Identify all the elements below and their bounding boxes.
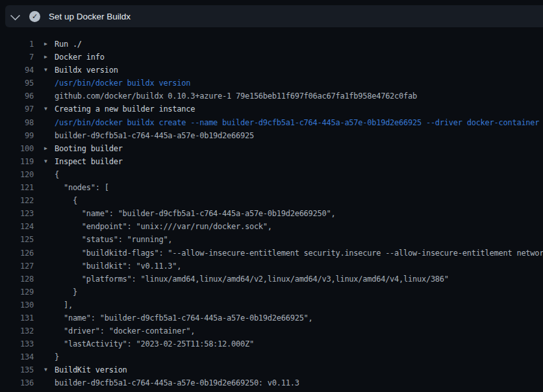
log-line-text: Inspect builder [55, 155, 543, 168]
log-line-text: "status": "running", [55, 233, 543, 246]
line-number[interactable]: 97 [0, 103, 34, 116]
line-number[interactable]: 98 [0, 116, 34, 129]
line-number[interactable]: 94 [0, 64, 34, 77]
log-line[interactable]: 100 ▶ Booting builder [0, 142, 543, 155]
caret-placeholder [44, 273, 55, 286]
log-line: 126 "buildkitd-flags": "--allow-insecure… [0, 247, 543, 260]
log-line-text: builder-d9cfb5a1-c764-445a-a57e-0b19d2e6… [55, 376, 543, 389]
caret-right-icon[interactable]: ▶ [44, 38, 55, 51]
step-header[interactable]: ✓ Set up Docker Buildx [5, 5, 543, 27]
line-number[interactable]: 122 [0, 194, 34, 207]
line-number[interactable]: 136 [0, 376, 34, 389]
caret-down-icon[interactable]: ▼ [44, 64, 55, 77]
caret-placeholder [44, 337, 55, 350]
log-line: 98 /usr/bin/docker buildx create --name … [0, 116, 543, 129]
line-number[interactable]: 126 [0, 247, 34, 260]
log-line: 121 "nodes": [ [0, 181, 543, 194]
log-line-text: } [55, 286, 543, 299]
line-number[interactable]: 127 [0, 260, 34, 273]
log-line: 96 github.com/docker/buildx 0.10.3+azure… [0, 90, 543, 103]
caret-down-icon[interactable]: ▼ [44, 155, 55, 168]
log-line-text: "nodes": [ [55, 181, 543, 194]
caret-placeholder [44, 325, 55, 337]
log-line-text: Docker info [55, 51, 543, 64]
line-number[interactable]: 99 [0, 129, 34, 142]
log-line: 127 "buildkit": "v0.11.3", [0, 260, 543, 273]
line-number[interactable]: 119 [0, 155, 34, 168]
log-line[interactable]: 135 ▼ BuildKit version [0, 363, 543, 376]
log-line-text: "name": "builder-d9cfb5a1-c764-445a-a57e… [55, 207, 543, 220]
log-line[interactable]: 94 ▼ Buildx version [0, 64, 543, 77]
line-number[interactable]: 132 [0, 325, 34, 337]
caret-placeholder [44, 312, 55, 325]
caret-placeholder [44, 233, 55, 246]
line-number[interactable]: 134 [0, 350, 34, 363]
log-line-text: "platforms": "linux/amd64,linux/amd64/v2… [55, 273, 543, 286]
log-line: 123 "name": "builder-d9cfb5a1-c764-445a-… [0, 207, 543, 220]
log-line: 120 { [0, 168, 543, 181]
log-output: 1 ▶ Run ./ 7 ▶ Docker info 94 ▼ Buildx v… [0, 27, 543, 392]
log-line[interactable]: 7 ▶ Docker info [0, 51, 543, 64]
line-number[interactable]: 131 [0, 312, 34, 325]
caret-placeholder [44, 260, 55, 273]
log-line-text: } [55, 350, 543, 363]
step-title: Set up Docker Buildx [49, 12, 131, 21]
caret-down-icon[interactable]: ▼ [44, 103, 55, 116]
log-line[interactable]: 1 ▶ Run ./ [0, 38, 543, 51]
caret-placeholder [44, 376, 55, 389]
caret-placeholder [44, 90, 55, 103]
line-number[interactable]: 120 [0, 168, 34, 181]
line-number[interactable]: 129 [0, 286, 34, 299]
log-line-text: "buildkit": "v0.11.3", [55, 260, 543, 273]
line-number[interactable]: 125 [0, 233, 34, 246]
caret-placeholder [44, 116, 55, 129]
log-line-text: "endpoint": "unix:///var/run/docker.sock… [55, 220, 543, 233]
caret-right-icon[interactable]: ▶ [44, 51, 55, 64]
log-line: 130 ], [0, 299, 543, 312]
log-line[interactable]: 97 ▼ Creating a new builder instance [0, 103, 543, 116]
log-line-text: { [55, 168, 543, 181]
line-number[interactable]: 135 [0, 363, 34, 376]
caret-placeholder [44, 350, 55, 363]
log-line-text: "lastActivity": "2023-02-25T11:58:12.000… [55, 337, 543, 350]
line-number[interactable]: 133 [0, 337, 34, 350]
caret-placeholder [44, 220, 55, 233]
line-number[interactable]: 124 [0, 220, 34, 233]
line-number[interactable]: 128 [0, 273, 34, 286]
log-line: 125 "status": "running", [0, 233, 543, 246]
caret-down-icon[interactable]: ▼ [44, 363, 55, 376]
log-line: 133 "lastActivity": "2023-02-25T11:58:12… [0, 337, 543, 350]
log-line-text: "driver": "docker-container", [55, 325, 543, 337]
line-number[interactable]: 100 [0, 142, 34, 155]
log-line-text: Run ./ [55, 38, 543, 51]
log-line: 122 { [0, 194, 543, 207]
check-circle-icon: ✓ [29, 11, 40, 22]
line-number[interactable]: 123 [0, 207, 34, 220]
line-number[interactable]: 96 [0, 90, 34, 103]
log-line: 136 builder-d9cfb5a1-c764-445a-a57e-0b19… [0, 376, 543, 389]
log-line-text: /usr/bin/docker buildx create --name bui… [55, 116, 543, 129]
log-line: 132 "driver": "docker-container", [0, 325, 543, 337]
caret-placeholder [44, 299, 55, 312]
log-line-text: /usr/bin/docker buildx version [55, 77, 543, 90]
caret-placeholder [44, 181, 55, 194]
log-line: 99 builder-d9cfb5a1-c764-445a-a57e-0b19d… [0, 129, 543, 142]
log-line-text: Booting builder [55, 142, 543, 155]
caret-placeholder [44, 194, 55, 207]
log-line: 95 /usr/bin/docker buildx version [0, 77, 543, 90]
log-line: 124 "endpoint": "unix:///var/run/docker.… [0, 220, 543, 233]
caret-right-icon[interactable]: ▶ [44, 142, 55, 155]
log-line-text: { [55, 194, 543, 207]
log-line-text: Buildx version [55, 64, 543, 77]
caret-placeholder [44, 247, 55, 260]
line-number[interactable]: 130 [0, 299, 34, 312]
log-line: 134 } [0, 350, 543, 363]
caret-placeholder [44, 207, 55, 220]
log-line: 129 } [0, 286, 543, 299]
line-number[interactable]: 95 [0, 77, 34, 90]
line-number[interactable]: 1 [0, 38, 34, 51]
line-number[interactable]: 7 [0, 51, 34, 64]
log-line[interactable]: 119 ▼ Inspect builder [0, 155, 543, 168]
line-number[interactable]: 121 [0, 181, 34, 194]
collapse-step-button[interactable] [5, 5, 25, 27]
